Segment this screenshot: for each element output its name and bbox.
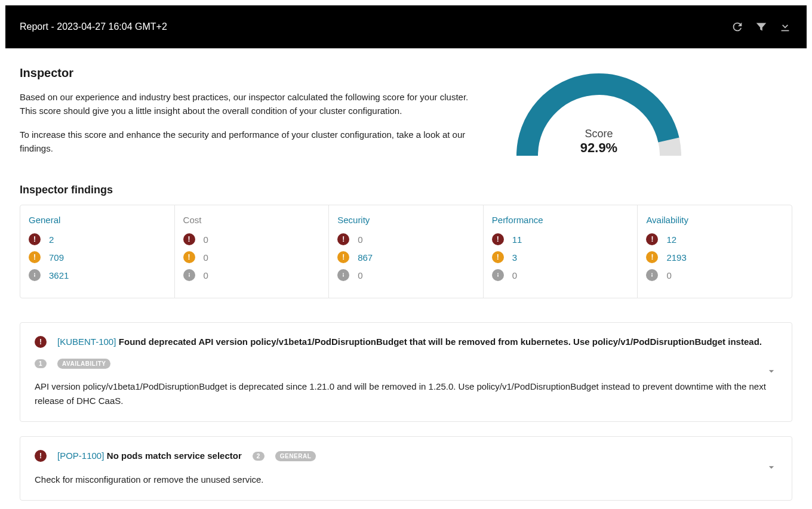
svg-rect-9 bbox=[652, 274, 653, 277]
findings-head: Availability bbox=[646, 215, 783, 225]
critical-count: 0 bbox=[204, 235, 208, 245]
critical-count: 2 bbox=[49, 235, 54, 245]
findings-col-security[interactable]: Security!0!8670 bbox=[329, 205, 484, 298]
svg-point-4 bbox=[343, 273, 344, 274]
filter-icon[interactable] bbox=[754, 20, 768, 34]
chevron-down-icon[interactable] bbox=[765, 461, 777, 476]
report-title: Report - 2023-04-27 16:04 GMT+2 bbox=[20, 21, 167, 32]
issue-code: [POP-1100] bbox=[57, 451, 104, 461]
critical-icon: ! bbox=[492, 233, 504, 245]
info-icon bbox=[183, 269, 195, 281]
critical-icon: ! bbox=[646, 233, 658, 245]
svg-point-0 bbox=[34, 273, 35, 274]
issue-count-pill: 2 bbox=[253, 452, 264, 461]
warning-count: 2193 bbox=[666, 252, 686, 263]
findings-col-general[interactable]: General!2!7093621 bbox=[20, 205, 175, 298]
info-icon bbox=[492, 269, 504, 281]
svg-rect-3 bbox=[189, 274, 190, 277]
critical-icon: ! bbox=[29, 233, 41, 245]
issue-title: Found deprecated API version policy/v1be… bbox=[119, 337, 762, 347]
download-icon[interactable] bbox=[778, 20, 792, 34]
findings-head: Security bbox=[337, 215, 475, 225]
critical-count: 12 bbox=[666, 235, 676, 245]
issue-tag-pill: AVAILABILITY bbox=[57, 359, 110, 369]
score-gauge: Score 92.9% bbox=[503, 66, 694, 156]
issue-tag-pill: GENERAL bbox=[275, 451, 316, 461]
svg-point-6 bbox=[497, 273, 499, 274]
info-icon bbox=[29, 269, 41, 281]
info-icon bbox=[337, 269, 349, 281]
warning-count: 3 bbox=[512, 252, 517, 263]
critical-icon: ! bbox=[337, 233, 349, 245]
findings-grid: General!2!7093621Cost!0!00Security!0!867… bbox=[20, 205, 792, 298]
warning-count: 0 bbox=[204, 252, 208, 263]
issue-headline: [KUBENT-100] Found deprecated API versio… bbox=[57, 337, 762, 347]
inspector-heading: Inspector bbox=[20, 66, 479, 80]
critical-count: 0 bbox=[358, 235, 362, 245]
warning-icon: ! bbox=[183, 251, 195, 263]
info-count: 0 bbox=[666, 270, 671, 280]
info-count: 0 bbox=[512, 270, 517, 280]
findings-head: Cost bbox=[183, 215, 321, 225]
findings-heading: Inspector findings bbox=[20, 184, 792, 196]
svg-point-2 bbox=[189, 273, 190, 274]
issue-title: No pods match service selector bbox=[107, 451, 242, 461]
gauge-value: 92.9% bbox=[509, 140, 688, 156]
info-count: 0 bbox=[358, 270, 362, 280]
warning-icon: ! bbox=[337, 251, 349, 263]
svg-rect-5 bbox=[343, 274, 344, 277]
svg-point-8 bbox=[651, 273, 653, 274]
issue-body: Check for misconfiguration or remove the… bbox=[35, 473, 777, 487]
issue-card: ![POP-1100] No pods match service select… bbox=[20, 436, 792, 501]
critical-count: 11 bbox=[512, 235, 522, 245]
critical-icon: ! bbox=[35, 450, 47, 462]
warning-icon: ! bbox=[646, 251, 658, 263]
topbar-actions bbox=[730, 20, 792, 34]
issues-list: ![KUBENT-100] Found deprecated API versi… bbox=[20, 322, 792, 501]
issue-headline: [POP-1100] No pods match service selecto… bbox=[57, 451, 242, 461]
issue-card: ![KUBENT-100] Found deprecated API versi… bbox=[20, 322, 792, 422]
svg-rect-7 bbox=[497, 274, 499, 277]
inspector-paragraph-1: Based on our experience and industry bes… bbox=[20, 91, 479, 118]
gauge-title: Score bbox=[509, 128, 688, 140]
topbar: Report - 2023-04-27 16:04 GMT+2 bbox=[5, 5, 807, 48]
warning-icon: ! bbox=[29, 251, 41, 263]
info-icon bbox=[646, 269, 658, 281]
findings-col-cost[interactable]: Cost!0!00 bbox=[175, 205, 330, 298]
chevron-down-icon[interactable] bbox=[765, 365, 777, 380]
warning-icon: ! bbox=[492, 251, 504, 263]
refresh-icon[interactable] bbox=[730, 20, 745, 34]
critical-icon: ! bbox=[35, 336, 47, 348]
warning-count: 867 bbox=[358, 252, 373, 263]
critical-icon: ! bbox=[183, 233, 195, 245]
issue-count-pill: 1 bbox=[35, 359, 47, 368]
inspector-paragraph-2: To increase this score and enhance the s… bbox=[20, 128, 479, 155]
info-count: 3621 bbox=[49, 270, 69, 280]
svg-rect-1 bbox=[34, 274, 35, 277]
findings-head: General bbox=[29, 215, 166, 225]
warning-count: 709 bbox=[49, 252, 64, 263]
issue-body: API version policy/v1beta1/PodDisruption… bbox=[35, 380, 777, 408]
info-count: 0 bbox=[204, 270, 208, 280]
findings-head: Performance bbox=[492, 215, 629, 225]
findings-col-availability[interactable]: Availability!12!21930 bbox=[638, 205, 792, 298]
issue-code: [KUBENT-100] bbox=[57, 337, 116, 347]
findings-col-performance[interactable]: Performance!11!30 bbox=[484, 205, 638, 298]
